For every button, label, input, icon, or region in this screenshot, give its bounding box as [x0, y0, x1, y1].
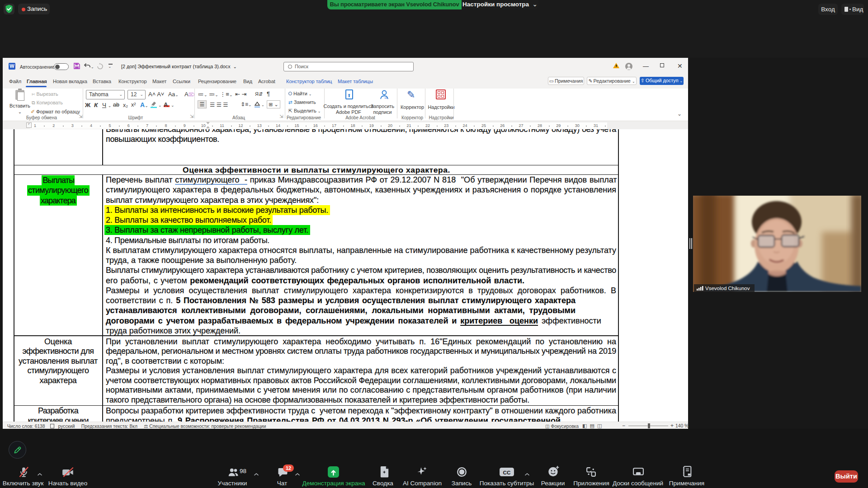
svg-text:Vsevolod Chikunov: Vsevolod Chikunov: [705, 286, 750, 291]
svg-text:CC: CC: [503, 469, 511, 475]
